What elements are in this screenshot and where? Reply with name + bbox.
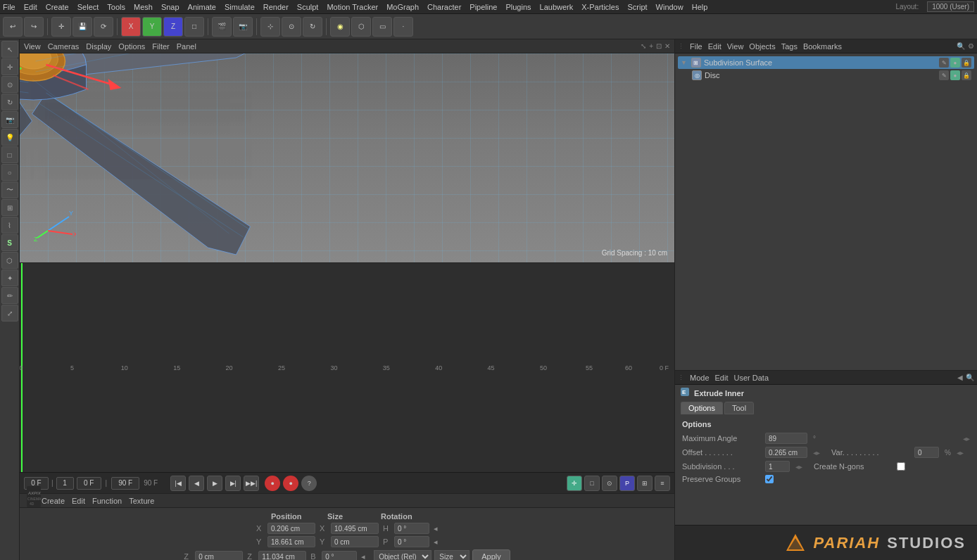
menu-motion-tracker[interactable]: Motion Tracker [327,3,378,11]
pb-next-frame-button[interactable]: ▶| [225,476,241,491]
om-icon-lock-2[interactable]: 🔒 [962,70,971,80]
rp-menu-bookmarks[interactable]: Bookmarks [803,42,842,51]
sidebar-sketch-icon[interactable]: ✏ [1,287,18,304]
y-size-input[interactable] [331,536,379,547]
scene-canvas[interactable]: Perspective [20,53,674,262]
om-icon-edit-2[interactable]: ✎ [939,70,949,80]
menu-mograph[interactable]: MoGraph [386,3,419,11]
menu-window[interactable]: Window [656,3,683,11]
undo-button[interactable]: ↩ [3,17,23,37]
rp-menu-file[interactable]: File [690,42,702,51]
menu-pipeline[interactable]: Pipeline [469,3,497,11]
rp-menu-edit[interactable]: Edit [708,42,721,51]
rp-menu-view[interactable]: View [727,42,744,51]
pb-icon-1[interactable]: ✛ [567,476,582,491]
ap-menu-edit[interactable]: Edit [715,374,729,382]
sidebar-camera-icon[interactable]: 📷 [1,111,18,128]
om-icon-edit-1[interactable]: ✎ [939,58,949,68]
z-axis-button[interactable]: Z [163,17,183,37]
om-icon-vis-2[interactable]: ● [950,70,960,80]
ap-preserve-checkbox[interactable] [765,475,774,483]
object-mode-selector[interactable]: Object (Rel) Object (Abs) World [374,550,431,560]
menu-simulate[interactable]: Simulate [225,3,255,11]
new-object-button[interactable]: ✛ [51,17,71,37]
move-tool-button[interactable]: ⊹ [260,17,280,37]
y-axis-button[interactable]: Y [142,17,162,37]
menu-plugins[interactable]: Plugins [505,3,531,11]
menu-render[interactable]: Render [263,3,289,11]
pb-help-button[interactable]: ? [301,476,317,491]
menu-snap[interactable]: Snap [161,3,179,11]
layout-selector[interactable]: 1000 (User) [927,1,974,12]
sidebar-xref-icon[interactable]: ⤢ [1,305,18,322]
sidebar-light-icon[interactable]: 💡 [1,129,18,146]
vp-menu-panel[interactable]: Panel [177,42,196,51]
rotate-tool-button[interactable]: ↻ [303,17,322,37]
frame-step-input[interactable] [56,477,74,490]
bt-edit[interactable]: Edit [72,497,85,505]
vp-menu-options[interactable]: Options [118,42,145,51]
menu-select[interactable]: Select [77,3,99,11]
ap-tab-options[interactable]: Options [681,402,723,414]
poly-mode-button[interactable]: ⬡ [351,17,371,37]
viewport[interactable]: Perspective [20,53,674,262]
om-icon-vis-1[interactable]: ● [950,58,960,68]
ap-collapse-icon[interactable]: ◀ [957,374,963,381]
z-size-input[interactable] [258,551,306,560]
pb-record-motion-button[interactable]: ● [283,476,298,491]
menu-animate[interactable]: Animate [188,3,216,11]
menu-laubwerk[interactable]: Laubwerk [540,3,574,11]
pb-goto-start-button[interactable]: |◀ [170,476,186,491]
rp-config-icon[interactable]: ⚙ [968,42,974,50]
menu-mesh[interactable]: Mesh [134,3,153,11]
sidebar-move-icon[interactable]: ✛ [1,58,18,75]
sidebar-mograph-icon[interactable]: ⬡ [1,252,18,269]
menu-edit[interactable]: Edit [24,3,37,11]
bt-function[interactable]: Function [92,497,122,505]
apply-button[interactable]: Apply [472,549,510,560]
frame-step-offset[interactable] [77,477,101,490]
object-mode-button[interactable]: ◉ [330,17,350,37]
world-coord-button[interactable]: □ [184,17,204,37]
vp-menu-filter[interactable]: Filter [152,42,169,51]
sidebar-deform-icon[interactable]: ⌇ [1,217,18,234]
b-rot-input[interactable] [322,551,357,560]
y-pos-input[interactable] [267,536,315,547]
ap-ngons-checkbox[interactable] [897,462,905,471]
ap-subdiv-arrow[interactable]: ◂▸ [795,463,802,471]
menu-create[interactable]: Create [46,3,69,11]
ap-max-angle-arrow[interactable]: ◂▸ [963,435,970,443]
sidebar-rotate-icon[interactable]: ↻ [1,94,18,110]
ap-offset-arrow[interactable]: ◂▸ [813,449,820,457]
edge-mode-button[interactable]: ▭ [372,17,392,37]
vp-menu-view[interactable]: View [24,42,41,51]
vertex-mode-button[interactable]: · [393,17,413,37]
frame-fps-input[interactable] [111,477,139,490]
save-button[interactable]: 💾 [73,17,92,37]
vp-menu-cameras[interactable]: Cameras [48,42,80,51]
menu-xparticles[interactable]: X-Particles [581,3,619,11]
pb-prev-frame-button[interactable]: ◀ [189,476,204,491]
ap-offset-input[interactable] [765,447,807,458]
sidebar-nurbs-icon[interactable]: ⊞ [1,199,18,216]
menu-file[interactable]: File [3,3,15,11]
vp-icon-2[interactable]: + [649,42,653,50]
ap-var-input[interactable] [914,447,939,458]
sidebar-pointer-icon[interactable]: ↖ [1,41,18,58]
redo-button[interactable]: ↪ [24,17,44,37]
pb-record-button[interactable]: ● [265,476,280,491]
om-expand-icon[interactable]: ▼ [681,59,687,66]
vp-menu-display[interactable]: Display [86,42,111,51]
pb-icon-2[interactable]: □ [584,476,600,491]
sidebar-s-icon[interactable]: S [1,234,18,251]
z-pos-input[interactable] [195,551,243,560]
ap-tab-tool[interactable]: Tool [724,402,754,414]
rp-menu-objects[interactable]: Objects [749,42,775,51]
sidebar-sphere-icon[interactable]: ○ [1,164,18,181]
vp-icon-4[interactable]: ✕ [664,42,670,50]
menu-tools[interactable]: Tools [107,3,125,11]
ap-menu-mode[interactable]: Mode [690,374,710,382]
sidebar-scale-icon[interactable]: ⊙ [1,76,18,93]
ap-menu-userdata[interactable]: User Data [734,374,769,382]
menu-character[interactable]: Character [427,3,461,11]
